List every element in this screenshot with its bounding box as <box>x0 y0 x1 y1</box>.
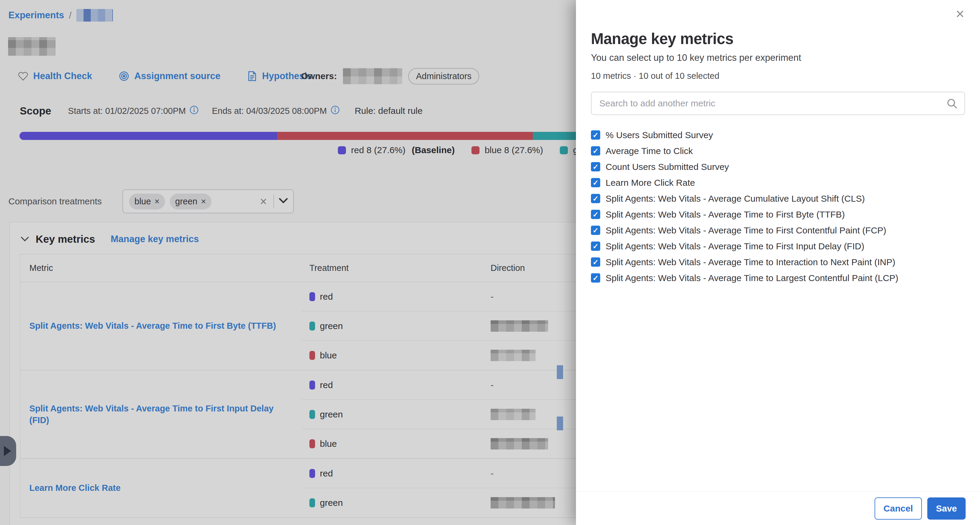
checkbox-checked-icon[interactable] <box>591 146 600 156</box>
metric-row[interactable]: Split Agents: Web Vitals - Average Time … <box>591 254 965 270</box>
checkbox-checked-icon[interactable] <box>591 194 600 203</box>
metric-label[interactable]: % Users Submitted Survey <box>606 130 713 140</box>
checkbox-checked-icon[interactable] <box>591 226 600 235</box>
metric-label[interactable]: Split Agents: Web Vitals - Average Time … <box>606 273 898 283</box>
metric-row[interactable]: % Users Submitted Survey <box>591 127 965 143</box>
checkbox-checked-icon[interactable] <box>591 130 600 140</box>
checkbox-checked-icon[interactable] <box>591 210 600 219</box>
save-button[interactable]: Save <box>927 498 966 520</box>
metric-row[interactable]: Split Agents: Web Vitals - Average Time … <box>591 206 965 222</box>
checkbox-checked-icon[interactable] <box>591 273 600 282</box>
search-input[interactable] <box>591 92 965 115</box>
metric-row[interactable]: Count Users Submitted Survey <box>591 159 965 175</box>
metric-row[interactable]: Split Agents: Web Vitals - Average Time … <box>591 270 965 286</box>
modal-title: Manage key metrics <box>591 30 965 48</box>
metric-label[interactable]: Split Agents: Web Vitals - Average Time … <box>606 225 886 236</box>
metric-label[interactable]: Count Users Submitted Survey <box>606 162 729 172</box>
metric-row[interactable]: Split Agents: Web Vitals - Average Cumul… <box>591 191 965 206</box>
search-icon <box>947 98 958 110</box>
metric-label[interactable]: Split Agents: Web Vitals - Average Cumul… <box>606 193 865 204</box>
cancel-button[interactable]: Cancel <box>875 498 922 520</box>
metric-row[interactable]: Split Agents: Web Vitals - Average Time … <box>591 238 965 254</box>
checkbox-checked-icon[interactable] <box>591 162 600 171</box>
metric-row[interactable]: Average Time to Click <box>591 143 965 159</box>
metric-label[interactable]: Split Agents: Web Vitals - Average Time … <box>606 209 845 220</box>
metric-checkbox-list: % Users Submitted Survey Average Time to… <box>591 127 965 286</box>
modal-subtitle: You can select up to 10 key metrics per … <box>591 53 965 63</box>
metric-label[interactable]: Split Agents: Web Vitals - Average Time … <box>606 257 895 267</box>
checkbox-checked-icon[interactable] <box>591 178 600 187</box>
metrics-count-text: 10 metrics · 10 out of 10 selected <box>591 71 965 81</box>
metric-row[interactable]: Split Agents: Web Vitals - Average Time … <box>591 222 965 238</box>
checkbox-checked-icon[interactable] <box>591 257 600 267</box>
close-icon[interactable]: × <box>954 6 966 22</box>
metric-row[interactable]: Learn More Click Rate <box>591 175 965 191</box>
metric-label[interactable]: Average Time to Click <box>606 146 693 156</box>
manage-key-metrics-modal: × Manage key metrics You can select up t… <box>576 0 980 525</box>
metric-search <box>591 92 965 115</box>
metric-label[interactable]: Split Agents: Web Vitals - Average Time … <box>606 241 864 251</box>
checkbox-checked-icon[interactable] <box>591 241 600 251</box>
metric-label[interactable]: Learn More Click Rate <box>606 178 695 188</box>
modal-footer: Cancel Save <box>576 491 980 525</box>
